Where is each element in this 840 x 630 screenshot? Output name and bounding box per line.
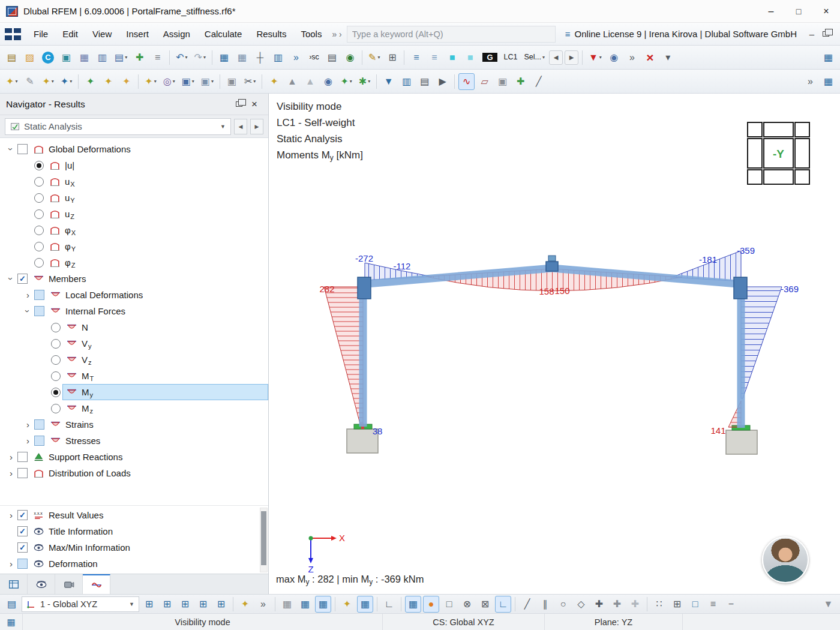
expander-closed-icon[interactable]: ›	[5, 452, 17, 462]
select-more-chevron[interactable]: »	[255, 596, 271, 613]
new-hinge-icon[interactable]: ◎▾	[161, 73, 178, 90]
polygon-snap-icon[interactable]: ◇	[573, 596, 589, 613]
rendering-icon[interactable]: ◉	[342, 49, 358, 66]
clipping-plane-icon[interactable]: ■	[444, 49, 460, 66]
tab-results-navigator[interactable]	[83, 574, 110, 594]
expander-open-icon[interactable]: ›	[6, 143, 16, 155]
load-case-selector[interactable]: LC1	[502, 49, 520, 66]
snap-circle-icon[interactable]: ⊗	[459, 596, 475, 613]
checkbox-partial[interactable]	[17, 559, 28, 569]
radio-button[interactable]	[34, 258, 44, 268]
tree-n[interactable]: N	[0, 319, 268, 335]
radio-button[interactable]	[34, 177, 44, 187]
radio-button[interactable]	[51, 371, 61, 381]
render-cube-icon[interactable]: ▣	[494, 73, 511, 90]
minimize-button[interactable]: –	[757, 0, 785, 23]
view-cube-face-label[interactable]: -Y	[773, 148, 784, 160]
jump-table-icon[interactable]: »	[288, 49, 304, 66]
expander-open-icon[interactable]: ›	[6, 272, 16, 285]
view-yz-icon[interactable]: ⊞	[213, 596, 229, 613]
tree-mt[interactable]: MT	[0, 368, 268, 384]
print-graphic-icon[interactable]: ▦	[76, 49, 92, 66]
tree-vy[interactable]: Vy	[0, 335, 268, 352]
tree-uy[interactable]: uY	[0, 190, 268, 206]
undo-icon[interactable]: ↶▾	[173, 49, 190, 66]
radio-button[interactable]	[51, 323, 61, 332]
new-line-icon[interactable]: ✎	[22, 73, 38, 90]
checkbox-unchecked[interactable]	[17, 144, 28, 154]
section-cut-icon[interactable]: ✂▾	[242, 73, 258, 90]
radio-button[interactable]	[51, 355, 61, 365]
tree-my[interactable]: My	[0, 384, 268, 400]
analysis-type-combo[interactable]: Static Analysis ▼	[5, 118, 231, 135]
checkbox-checked[interactable]: ✓	[17, 542, 28, 553]
tree-deformation[interactable]: ›Deformation	[0, 556, 268, 572]
tree-stresses[interactable]: ›Stresses	[0, 433, 268, 449]
menu-view[interactable]: View	[86, 25, 118, 43]
menu-edit[interactable]: Edit	[56, 25, 85, 43]
work-plane-icon[interactable]: ✦	[339, 596, 355, 613]
snap-box-icon[interactable]: □	[441, 596, 457, 613]
filter-objects-icon[interactable]: ▼	[380, 73, 397, 90]
expander-closed-icon[interactable]: ›	[22, 436, 34, 446]
checkbox-checked[interactable]: ✓	[17, 510, 28, 520]
rotate-view-icon[interactable]: ◉	[606, 49, 622, 66]
radio-button[interactable]	[34, 226, 44, 235]
add-favorite-icon[interactable]: ✚	[131, 49, 148, 66]
radio-button[interactable]	[51, 404, 61, 413]
new-load-icon[interactable]: ✦	[266, 73, 282, 90]
radio-selected[interactable]	[51, 388, 61, 397]
navigator-close-icon[interactable]: ×	[247, 97, 262, 112]
grid-settings-icon[interactable]: ▦	[357, 596, 373, 613]
analysis-prev-button[interactable]: ◀	[234, 119, 247, 134]
line-snap-icon[interactable]: ╱	[519, 596, 535, 613]
clipboard-icon[interactable]: ≡	[149, 49, 166, 66]
mass-case-icon[interactable]: ▲	[284, 73, 300, 90]
menu-results[interactable]: Results	[250, 25, 293, 43]
analysis-next-button[interactable]: ▶	[250, 119, 263, 134]
search-input[interactable]	[352, 29, 550, 39]
edit-star-icon[interactable]: ✦▾	[40, 73, 56, 90]
save-icon[interactable]: ▥	[94, 49, 110, 66]
navigator-float-icon[interactable]	[231, 97, 247, 112]
tree-local-deformations[interactable]: ›Local Deformations	[0, 287, 268, 303]
endpoint-snap-icon[interactable]: ✚	[627, 596, 643, 613]
new-member-icon[interactable]: ✦	[82, 73, 98, 90]
tree-title-information[interactable]: ✓Title Information	[0, 523, 268, 539]
new-support-icon[interactable]: ✦▾	[142, 73, 158, 90]
mass-combination-icon[interactable]: ▲	[302, 73, 318, 90]
layers-icon[interactable]: ≡	[705, 596, 721, 613]
menu-tools[interactable]: Tools	[294, 25, 328, 43]
tree-distribution-of-loads[interactable]: ›Distribution of Loads	[0, 465, 268, 481]
node-tool-icon[interactable]: ✦▾	[58, 73, 74, 90]
dock-bottom-icon[interactable]: ▼	[820, 596, 836, 613]
coordinate-system-combo[interactable]: 1 - Global XYZ ▼	[22, 596, 139, 612]
model-canvas[interactable]: X Z -272-112-359-181282-36915815038141 V…	[269, 94, 840, 594]
radio-button[interactable]	[34, 242, 44, 251]
view-cube[interactable]: -Y	[747, 122, 810, 185]
document-minimize-icon[interactable]: –	[809, 29, 814, 39]
result-diagrams-icon[interactable]: ▥	[398, 73, 415, 90]
edit-objects-icon[interactable]: ✎▾	[366, 49, 382, 66]
maximize-button[interactable]: □	[785, 0, 812, 23]
tree-ux[interactable]: uX	[0, 173, 268, 190]
close-button[interactable]: ×	[812, 0, 840, 23]
view-isometric-icon[interactable]: ⊞	[159, 596, 175, 613]
menu-assign[interactable]: Assign	[157, 25, 197, 43]
menu-calculate[interactable]: Calculate	[198, 25, 249, 43]
selection-dropdown[interactable]: Sel...▾	[521, 49, 547, 66]
midpoint-snap-icon[interactable]: ✚	[609, 596, 625, 613]
filter-results-icon[interactable]: ▼▾	[586, 49, 604, 66]
block-icon[interactable]: ▣	[224, 73, 240, 90]
tree-global-deformations[interactable]: ›Global Deformations	[0, 141, 268, 157]
margin-icon[interactable]: ⊞	[669, 596, 685, 613]
tree-maxmin-information[interactable]: ✓Max/Min Information	[0, 539, 268, 556]
tab-views-navigator[interactable]	[55, 574, 83, 594]
radio-button[interactable]	[51, 339, 61, 349]
section-axes-icon[interactable]: ┼	[252, 49, 268, 66]
show-results-icon[interactable]: ∿	[458, 73, 475, 90]
plane-corner-icon[interactable]: ∟	[381, 596, 397, 613]
checkbox-checked[interactable]: ✓	[17, 526, 28, 536]
new-node-icon[interactable]: ✦▾	[4, 73, 20, 90]
snap-lines-icon[interactable]: ▦	[315, 596, 331, 613]
